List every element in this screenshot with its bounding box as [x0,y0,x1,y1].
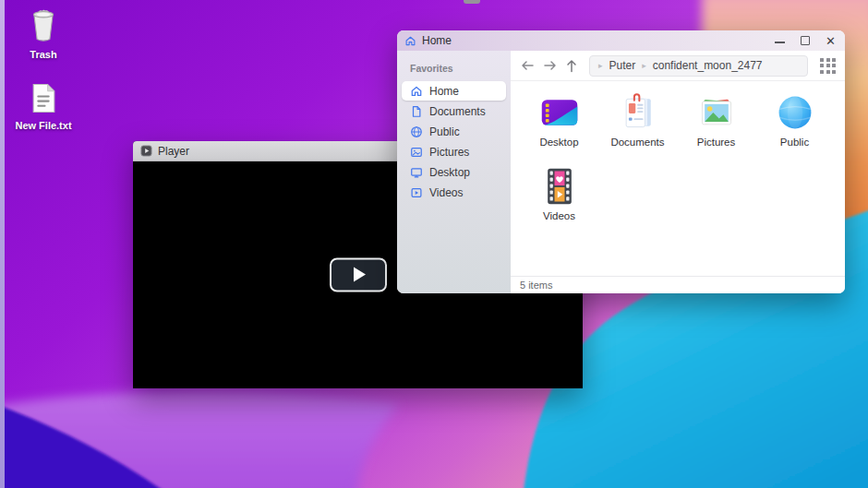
up-arrow-icon [566,59,577,73]
toolbar: ▸ Puter ▸ confident_moon_2477 [511,51,845,81]
sidebar-item-label: Home [429,85,459,98]
status-bar: 5 items [511,276,845,293]
videos-icon [410,186,423,199]
file-manager-window: Home ✕ Favorites Home [397,30,845,293]
maximize-button[interactable] [801,36,810,45]
player-window-title: Player [158,145,189,158]
file-item-desktop[interactable]: Desktop [520,92,598,166]
videos-folder-icon [538,166,581,207]
play-icon [354,268,366,282]
file-item-videos[interactable]: Videos [520,166,598,240]
file-manager-window-title: Home [422,34,452,47]
sidebar-item-label: Public [429,125,460,138]
item-count: 5 items [520,280,552,291]
sidebar-item-home[interactable]: Home [402,81,506,101]
pictures-icon [410,146,423,159]
globe-icon [410,125,423,138]
sidebar-item-pictures[interactable]: Pictures [402,142,506,161]
sidebar-item-documents[interactable]: Documents [402,101,506,121]
sidebar-item-desktop[interactable]: Desktop [402,162,506,182]
breadcrumb-root[interactable]: Puter [609,59,636,72]
sidebar-item-videos[interactable]: Videos [402,183,506,202]
forward-button[interactable] [543,60,558,71]
taskbar-edge-strip [0,0,5,488]
play-button[interactable] [330,257,387,292]
breadcrumb[interactable]: ▸ Puter ▸ confident_moon_2477 [589,55,808,77]
home-icon [404,35,416,47]
file-item-documents[interactable]: Documents [598,92,677,166]
sidebar-item-label: Desktop [429,166,470,179]
back-arrow-icon [520,60,535,71]
minimize-icon [775,42,785,43]
trash-icon [29,9,58,42]
forward-arrow-icon [543,60,558,71]
desktop-icon-label: Trash [13,49,74,60]
sidebar-item-label: Documents [429,105,486,118]
desktop: Trash New File.txt Player [0,0,868,488]
breadcrumb-current[interactable]: confident_moon_2477 [653,59,763,72]
sidebar-header: Favorites [397,63,511,74]
sidebar-item-label: Pictures [429,146,469,159]
file-manager-titlebar[interactable]: Home ✕ [397,30,845,51]
sidebar-item-public[interactable]: Public [402,122,506,141]
desktop-folder-icon [538,92,581,133]
file-item-public[interactable]: Public [755,92,834,166]
text-file-icon [31,83,56,113]
file-item-pictures[interactable]: Pictures [677,92,755,166]
monitor-icon [410,166,423,179]
sidebar: Favorites Home Documents [397,51,511,293]
back-button[interactable] [520,60,535,71]
player-app-icon [140,145,152,157]
minimize-button[interactable] [775,38,785,43]
file-grid: Desktop [511,81,845,276]
close-icon: ✕ [826,35,836,47]
documents-folder-icon [617,92,659,133]
home-icon [410,85,423,98]
desktop-icon-label: New File.txt [13,120,74,131]
maximize-icon [801,36,810,45]
up-button[interactable] [566,59,577,73]
file-item-label: Videos [543,210,575,221]
breadcrumb-chevron-icon: ▸ [642,61,646,70]
file-item-label: Desktop [539,137,578,148]
taskbar-peek-handle[interactable] [464,0,480,4]
close-button[interactable]: ✕ [826,35,836,47]
public-folder-icon [774,92,816,133]
file-item-label: Pictures [697,137,736,148]
file-item-label: Documents [610,137,664,148]
sidebar-item-label: Videos [429,186,463,199]
grid-view-icon[interactable] [820,58,836,74]
file-item-label: Public [780,137,809,148]
document-icon [410,105,423,118]
breadcrumb-chevron-icon: ▸ [598,61,603,70]
desktop-icon-trash[interactable]: Trash [13,9,74,60]
pictures-folder-icon [695,92,738,133]
desktop-icon-new-file[interactable]: New File.txt [13,83,74,131]
